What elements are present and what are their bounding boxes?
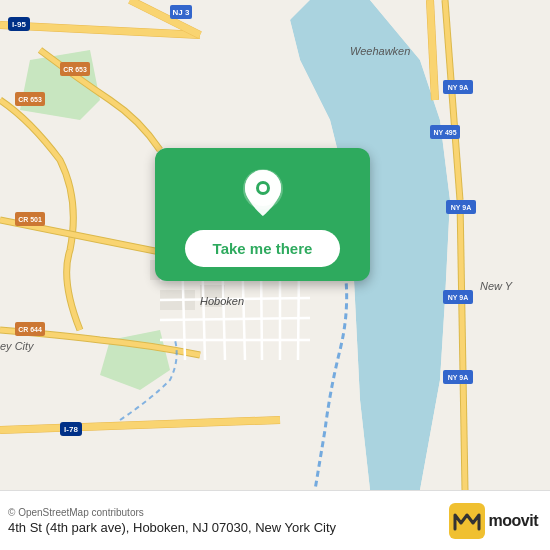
footer-info: © OpenStreetMap contributors 4th St (4th… — [8, 507, 449, 535]
map-container: I-95 NJ 3 CR 653 CR 653 CR 501 CR 644 I-… — [0, 0, 550, 490]
svg-text:NJ 3: NJ 3 — [173, 8, 190, 17]
svg-text:Weehawken: Weehawken — [350, 45, 410, 57]
location-card: Take me there — [155, 148, 370, 281]
svg-text:I-95: I-95 — [12, 20, 26, 29]
svg-point-73 — [259, 184, 267, 192]
footer: © OpenStreetMap contributors 4th St (4th… — [0, 490, 550, 550]
osm-attribution: © OpenStreetMap contributors — [8, 507, 449, 518]
svg-text:NY 9A: NY 9A — [451, 204, 472, 211]
svg-text:ey City: ey City — [0, 340, 35, 352]
svg-text:NY 495: NY 495 — [433, 129, 456, 136]
svg-text:CR 501: CR 501 — [18, 216, 42, 223]
svg-text:CR 653: CR 653 — [63, 66, 87, 73]
svg-line-41 — [430, 0, 435, 100]
svg-text:NY 9A: NY 9A — [448, 84, 469, 91]
moovit-brand-text: moovit — [489, 512, 538, 530]
moovit-icon — [449, 503, 485, 539]
svg-text:CR 653: CR 653 — [18, 96, 42, 103]
location-pin-icon — [240, 166, 286, 220]
address-text: 4th St (4th park ave), Hoboken, NJ 07030… — [8, 520, 449, 535]
take-me-there-button[interactable]: Take me there — [185, 230, 341, 267]
svg-text:I-78: I-78 — [64, 425, 78, 434]
svg-text:CR 644: CR 644 — [18, 326, 42, 333]
svg-text:New Y: New Y — [480, 280, 513, 292]
svg-text:Hoboken: Hoboken — [200, 295, 244, 307]
svg-text:NY 9A: NY 9A — [448, 374, 469, 381]
svg-text:NY 9A: NY 9A — [448, 294, 469, 301]
moovit-logo: moovit — [449, 503, 538, 539]
